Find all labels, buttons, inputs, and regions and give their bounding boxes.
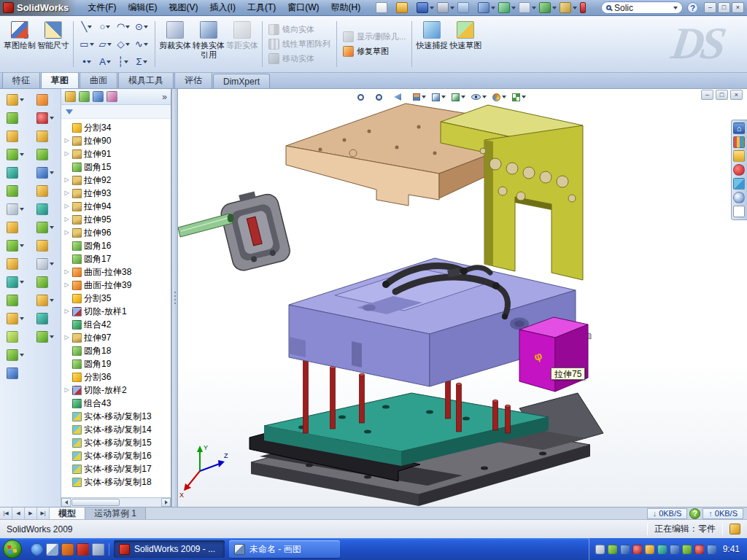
sketch-tool-button[interactable]: Σ [133,53,150,70]
view-tool-button[interactable] [449,90,468,104]
scroll-left-icon[interactable] [61,498,71,507]
sketch-tool-button[interactable]: ▱ [96,36,114,52]
doc-close-button[interactable]: × [730,90,743,100]
tool-button[interactable] [7,222,24,233]
tree-item[interactable]: ▷ 拉伸91 [63,147,171,160]
menu-item[interactable]: 工具(T) [241,0,282,15]
sketch-tool-button[interactable]: ┆ [115,53,132,70]
expand-arrow-icon[interactable]: ▷ [63,331,70,344]
tree-item[interactable]: 分割36 [63,370,171,384]
tool-button[interactable] [36,185,54,197]
tool-button[interactable] [7,258,24,270]
tree-item[interactable]: 实体-移动/复制18 [63,475,171,489]
tree-item[interactable]: 实体-移动/复制14 [63,423,171,436]
tree-item[interactable]: ▷ 拉伸97 [63,331,171,344]
tool-button[interactable] [7,313,24,324]
overflow-chevron[interactable]: » [162,92,167,102]
tool-button[interactable] [7,167,24,179]
expand-arrow-icon[interactable]: ▷ [63,226,70,239]
tree-item[interactable]: ▷ 拉伸94 [63,200,171,213]
commandmanager-tab[interactable]: 评估 [174,71,212,88]
tab-scroll-next-button[interactable]: ▶ [25,508,37,519]
tool-button[interactable] [7,203,24,215]
tool-button[interactable] [7,331,24,343]
toolbar-button[interactable] [559,1,578,14]
expand-arrow-icon[interactable]: ▷ [63,279,70,292]
toolbar-button[interactable] [498,1,516,14]
tool-button[interactable] [7,295,24,306]
doc-minimize-button[interactable]: – [701,90,713,100]
command-button[interactable]: 镜向实体 [267,23,332,36]
expand-arrow-icon[interactable]: ▷ [63,200,70,213]
tree-item[interactable]: ▷ 曲面-拉伸39 [63,279,171,292]
minimize-button[interactable]: – [704,2,716,13]
tree-item[interactable]: ▷ 拉伸92 [63,174,171,187]
tree-item[interactable]: ▷ 拉伸96 [63,226,171,239]
quick-launch-icon[interactable] [77,543,89,556]
tree-horizontal-scrollbar[interactable] [61,497,171,507]
sketch-tool-button[interactable]: ▭ [78,36,96,52]
sketch-tool-button[interactable]: • [78,53,96,70]
scroll-thumb[interactable] [71,499,120,506]
taskbar-task-button[interactable]: 未命名 - 画图 [229,540,340,558]
task-pane-tab-icon[interactable] [733,136,745,148]
tree-item[interactable]: ▷ 拉伸95 [63,213,171,226]
toolbar-button[interactable] [375,1,394,14]
document-tab[interactable]: 模型 [50,508,85,519]
tool-button[interactable] [36,222,54,233]
tree-item[interactable]: 组合43 [63,397,171,410]
expand-arrow-icon[interactable]: ▷ [63,305,70,318]
command-button[interactable]: 剪裁实体 [158,18,192,70]
quick-launch-icon[interactable] [61,543,74,556]
toolbar-button[interactable] [579,1,592,14]
toolbar-button[interactable] [457,1,476,14]
net-help-icon[interactable]: ? [689,508,700,519]
commandmanager-tab[interactable]: 特征 [2,71,40,88]
search-dropdown-icon[interactable] [673,7,678,9]
command-button[interactable]: 转换实体引用 [192,18,225,70]
tree-filter-bar[interactable] [61,105,171,119]
tree-item[interactable]: ▷ 切除-放样1 [63,305,171,318]
menu-item[interactable]: 窗口(W) [282,0,325,15]
tool-button[interactable] [7,349,24,361]
tool-button[interactable] [7,131,24,142]
tool-button[interactable] [7,149,24,160]
tool-button[interactable] [36,112,54,124]
command-button[interactable]: 显示/删除几... [341,31,407,44]
tray-icon[interactable] [682,545,692,554]
expand-arrow-icon[interactable]: ▷ [63,134,70,147]
view-tool-button[interactable] [490,90,508,104]
command-button[interactable]: 修复草图 [341,45,407,58]
tree-item[interactable]: 圆角19 [63,357,171,370]
command-button[interactable]: 草图绘制 [3,18,36,70]
expand-arrow-icon[interactable]: ▷ [63,187,70,200]
tab-scroll-first-button[interactable]: |◀ [0,508,12,519]
command-button[interactable]: 等距实体 [225,18,259,70]
tool-button[interactable] [36,149,54,160]
command-button[interactable]: 移动实体 [267,52,332,66]
command-button[interactable]: 快速草图 [449,18,482,70]
view-tool-button[interactable] [355,90,372,104]
tray-icon[interactable] [707,545,716,554]
tray-icon[interactable] [620,545,630,554]
commandmanager-tab[interactable]: 曲面 [80,71,117,88]
tool-button[interactable] [36,94,54,106]
tray-icon[interactable] [608,545,617,554]
commandmanager-tab[interactable]: 草图 [41,71,79,88]
graphics-area[interactable]: φ Y Z X [178,89,747,507]
tree-item[interactable]: 实体-移动/复制13 [63,410,171,423]
tool-button[interactable] [7,240,24,252]
part-yellow-bracket[interactable] [441,105,583,280]
quick-tips-icon[interactable] [729,524,740,534]
view-tool-button[interactable] [469,90,489,104]
view-tool-button[interactable] [411,90,428,104]
tree-item[interactable]: ▷ 切除-放样2 [63,384,171,397]
task-pane-tab-icon[interactable] [733,192,745,203]
tray-icon[interactable] [632,545,642,554]
tab-scroll-last-button[interactable]: ▶| [37,508,50,519]
panel-tab-icon[interactable] [65,91,76,102]
document-tab[interactable]: 运动算例 1 [85,508,146,519]
tool-button[interactable] [7,94,24,106]
3d-model-view[interactable]: φ Y Z X [178,89,747,507]
tool-button[interactable] [7,112,24,124]
